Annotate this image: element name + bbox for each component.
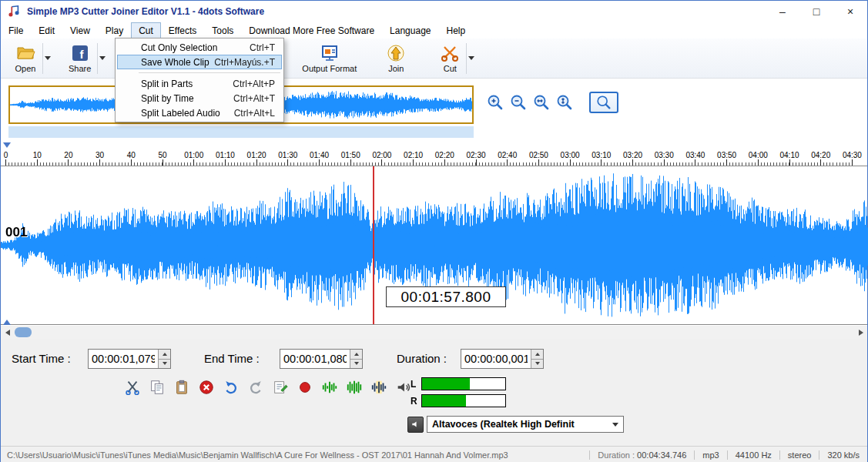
output-device-row: Altavoces (Realtek High Definit — [407, 416, 624, 433]
cut-menu-item[interactable]: Cut Only SelectionCtrl+T — [117, 40, 282, 55]
spin-down-button[interactable] — [350, 359, 362, 369]
open-dropdown-arrow[interactable] — [42, 43, 52, 74]
cut-menu-item[interactable]: Split in PartsCtrl+Alt+P — [117, 76, 282, 91]
cut-menu-item[interactable]: Split by TimeCtrl+Alt+T — [117, 91, 282, 105]
arrow-up-icon — [163, 353, 167, 356]
cut-dropdown-arrow[interactable] — [466, 43, 475, 74]
cut-button[interactable]: Cut — [434, 41, 466, 76]
redo-button[interactable] — [246, 377, 266, 397]
waveform-large-button[interactable] — [344, 377, 364, 397]
cut-menu: Cut Only SelectionCtrl+TSave Whole ClipC… — [115, 38, 284, 122]
cut-selection-button[interactable] — [122, 377, 142, 397]
end-time-input[interactable] — [280, 350, 350, 368]
horizontal-scrollbar[interactable] — [1, 326, 867, 339]
spin-down-button[interactable] — [159, 359, 170, 369]
right-meter-fill — [422, 395, 466, 407]
minimize-button[interactable]: – — [766, 1, 799, 22]
spin-up-button[interactable] — [350, 350, 362, 359]
arrow-left-icon — [5, 330, 10, 336]
status-duration-label: Duration : — [598, 450, 635, 460]
waveform-small-button[interactable] — [320, 377, 340, 397]
undo-icon — [223, 379, 240, 396]
maximize-button[interactable]: □ — [799, 1, 833, 22]
status-sample-rate: 44100 Hz — [727, 450, 779, 460]
spin-up-button[interactable] — [159, 350, 170, 359]
duration-spinner — [531, 350, 543, 368]
start-time-input[interactable] — [89, 350, 158, 368]
device-settings-button[interactable] — [407, 417, 424, 433]
scroll-right-button[interactable] — [854, 326, 867, 339]
scrollbar-thumb[interactable] — [15, 327, 32, 337]
menu-item-label: Split Labeled Audio — [141, 108, 220, 119]
menu-language[interactable]: Language — [382, 22, 438, 38]
ruler-tick: 03:40 — [695, 159, 695, 166]
menu-cut[interactable]: Cut — [131, 22, 161, 38]
zoom-horizontal-button[interactable] — [532, 93, 551, 112]
ruler-tick: 01:50 — [350, 159, 351, 166]
menu-item-shortcut: Ctrl+Mayús.+T — [214, 57, 275, 68]
redo-icon — [247, 379, 264, 396]
scroll-left-button[interactable] — [1, 326, 14, 339]
menu-tools[interactable]: Tools — [204, 22, 241, 38]
cut-menu-item[interactable]: Save Whole ClipCtrl+Mayús.+T — [117, 55, 282, 69]
playhead-line[interactable] — [373, 166, 374, 324]
zoom-tool-button-selected[interactable] — [589, 92, 618, 113]
zoom-out-button[interactable] — [509, 93, 528, 112]
record-button[interactable] — [295, 377, 315, 397]
left-meter-fill — [422, 378, 470, 390]
menu-edit[interactable]: Edit — [31, 22, 62, 38]
duration-input[interactable] — [461, 350, 531, 368]
ruler-tick: 02:30 — [476, 159, 477, 166]
spin-down-button[interactable] — [531, 359, 543, 369]
menu-help[interactable]: Help — [438, 22, 473, 38]
menu-play[interactable]: Play — [98, 22, 131, 38]
visible-range-strip[interactable] — [8, 126, 474, 138]
output-device-select[interactable]: Altavoces (Realtek High Definit — [427, 416, 624, 433]
menu-item-shortcut: Ctrl+T — [250, 42, 275, 53]
time-fields-row: Start Time : End Time : Duration : — [1, 349, 867, 369]
menu-item-shortcut: Ctrl+Alt+L — [234, 108, 275, 119]
output-format-button[interactable]: Output Format — [296, 41, 363, 76]
ruler-tick: 04:10 — [789, 159, 790, 166]
spin-up-button[interactable] — [531, 350, 543, 359]
file-path: C:\Users\Usuario\Music\iTunes\iTunes Med… — [1, 450, 589, 460]
menu-item-label: Split by Time — [141, 93, 194, 104]
menu-item-label: Cut Only Selection — [141, 42, 217, 53]
waveform-selection-button[interactable] — [369, 377, 389, 397]
position-marker-bottom[interactable] — [3, 320, 11, 325]
timeline-ruler[interactable]: 0102030405001:0001:1001:2001:3001:4001:5… — [1, 149, 867, 166]
menu-view[interactable]: View — [62, 22, 98, 38]
zoom-in-button[interactable] — [486, 93, 504, 112]
copy-button[interactable] — [147, 377, 167, 397]
zoom-vertical-button[interactable] — [555, 93, 574, 112]
right-meter — [421, 394, 506, 407]
paste-button[interactable] — [172, 377, 192, 397]
menu-effects[interactable]: Effects — [161, 22, 204, 38]
duration-label: Duration : — [397, 352, 447, 365]
edit-labels-button[interactable] — [270, 377, 290, 397]
cut-menu-item[interactable]: Split Labeled AudioCtrl+Alt+L — [117, 105, 282, 120]
share-dropdown-arrow[interactable] — [97, 43, 106, 74]
position-marker-top[interactable] — [3, 142, 11, 148]
waveform-selection-icon — [370, 379, 387, 396]
controls-panel: Start Time : End Time : Duration : — [1, 339, 867, 446]
share-button[interactable]: f Share — [62, 41, 97, 76]
waveform-display[interactable]: 001 00:01:57.800 — [1, 166, 867, 325]
zoom-vertical-icon — [555, 93, 574, 112]
pencil-page-icon — [272, 379, 289, 396]
join-button[interactable]: Join — [380, 41, 412, 76]
undo-button[interactable] — [221, 377, 241, 397]
menu-download-more-free-software[interactable]: Download More Free Software — [241, 22, 382, 38]
facebook-icon: f — [70, 44, 90, 62]
app-icon — [7, 5, 21, 18]
close-button[interactable]: × — [833, 1, 867, 22]
speaker-icon — [395, 379, 412, 396]
open-button[interactable]: Open — [8, 41, 42, 76]
ruler-tick: 01:00 — [193, 159, 194, 166]
start-time-spinner — [158, 350, 170, 368]
ruler-tick: 02:50 — [538, 159, 539, 166]
menu-item-shortcut: Ctrl+Alt+T — [233, 93, 275, 104]
delete-button[interactable] — [196, 377, 216, 397]
menu-file[interactable]: File — [1, 22, 31, 38]
open-label: Open — [15, 64, 36, 73]
